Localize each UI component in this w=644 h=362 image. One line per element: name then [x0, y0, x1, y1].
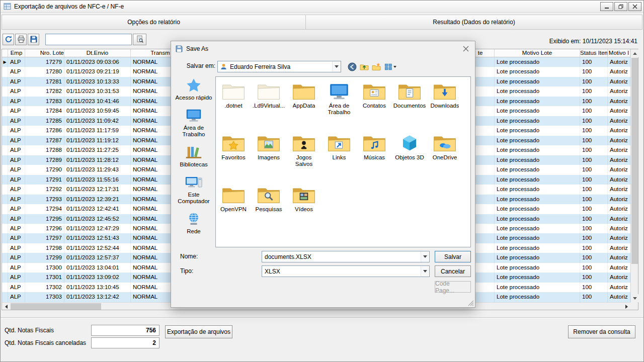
cell-lote: 17296: [25, 224, 64, 233]
cell-dt: 01/11/2023 12:57:37: [64, 253, 131, 262]
views-menu-button[interactable]: [383, 62, 397, 71]
sidebar-item-este-computador[interactable]: Este Computador: [174, 174, 214, 205]
scroll-up-arrow[interactable]: [631, 49, 638, 57]
horizontal-scroll-thumb[interactable]: [11, 303, 101, 310]
cell-mitem: Autoriz: [608, 126, 630, 135]
scroll-down-arrow[interactable]: [631, 294, 638, 302]
dialog-close-button[interactable]: [457, 41, 475, 56]
minimize-icon: [604, 4, 609, 9]
file-item-jogos-salvos[interactable]: Jogos Salvos: [286, 132, 321, 184]
column-header-dt-envio[interactable]: Dt.Envio: [64, 49, 131, 57]
dialog-title: Save As: [186, 45, 208, 52]
cell-motivo: Lote processado: [495, 145, 580, 155]
cell-lote: 17281: [25, 77, 64, 86]
file-item-favoritos[interactable]: Favoritos: [216, 132, 251, 184]
chevron-down-icon: [393, 66, 396, 68]
cell-mitem: Autoriz: [608, 233, 630, 243]
file-item-rea-de-trabalho[interactable]: Área de Trabalho: [321, 80, 357, 132]
filetype-value: XLSX: [262, 268, 421, 275]
cell-dt: 01/11/2023 12:39:21: [64, 195, 131, 204]
scroll-right-arrow[interactable]: [622, 303, 630, 310]
file-item-links[interactable]: Links: [321, 132, 357, 184]
tab-resultado[interactable]: Resultado (Dados do relatório): [306, 15, 642, 30]
restore-button[interactable]: [614, 2, 627, 11]
dialog-sidebar: Acesso rápidoÁrea de TrabalhoBibliotecas…: [173, 77, 214, 247]
cell-marker: [2, 126, 8, 135]
up-one-level-button[interactable]: [359, 62, 369, 71]
column-header-emp[interactable]: Emp: [8, 49, 25, 57]
tab-label: Opções do relatório: [127, 19, 180, 26]
cell-motivo: Lote processado: [495, 116, 580, 126]
cell-motivo: Lote processado: [495, 204, 580, 214]
file-item-dotnet[interactable]: .dotnet: [216, 80, 251, 132]
vertical-scrollbar[interactable]: [630, 49, 638, 302]
filetype-dropdown-button[interactable]: [421, 266, 429, 277]
cell-marker: [2, 67, 8, 76]
sidebar-item-acesso-r-pido[interactable]: Acesso rápido: [174, 77, 214, 101]
filetype-combobox[interactable]: XLSX: [262, 265, 430, 277]
sidebar-item-bibliotecas[interactable]: Bibliotecas: [174, 144, 214, 168]
filename-dropdown-button[interactable]: [421, 251, 429, 262]
cell-status: 100: [580, 165, 608, 174]
minimize-button[interactable]: [600, 2, 613, 11]
save-in-combobox[interactable]: Eduardo Ferreira Silva: [217, 61, 341, 72]
sidebar-item-rede[interactable]: Rede: [174, 211, 214, 235]
title-bar[interactable]: Exportação de arquivos de NFC-e / NF-e: [1, 1, 643, 13]
filename-combobox[interactable]: documents.XLSX: [262, 251, 430, 262]
column-header-motivo-lote[interactable]: Motivo Lote: [495, 49, 580, 57]
salvar-button[interactable]: Salvar: [435, 251, 471, 262]
column-header-nro-lote[interactable]: Nro. Lote: [25, 49, 64, 57]
cell-marker: [2, 273, 8, 282]
cell-lote: 17286: [25, 126, 64, 135]
cell-emp: ALP: [8, 214, 25, 224]
file-item-downloads[interactable]: Downloads: [427, 80, 462, 132]
file-item-imagens[interactable]: Imagens: [251, 132, 286, 184]
scroll-left-arrow[interactable]: [2, 303, 10, 310]
file-item-v-deos[interactable]: Vídeos: [286, 184, 321, 235]
back-button[interactable]: [347, 62, 357, 71]
sidebar-item-label: Área de Trabalho: [174, 125, 214, 138]
file-item-pesquisas[interactable]: Pesquisas: [251, 184, 286, 235]
sidebar-item-rea-de-trabalho[interactable]: Área de Trabalho: [174, 108, 214, 138]
new-folder-button[interactable]: [371, 62, 381, 71]
resize-grip[interactable]: [467, 300, 474, 306]
triangle-down-icon: [633, 297, 637, 300]
file-item-objetos-3d[interactable]: Objetos 3D: [392, 132, 427, 184]
save-button[interactable]: [28, 34, 39, 45]
cell-motivo: Lote processado: [495, 86, 580, 96]
toolbar-filter-input[interactable]: [45, 34, 132, 45]
remover-da-consulta-button[interactable]: Remover da consulta: [568, 325, 635, 338]
cell-dt: 01/11/2023 11:55:16: [64, 175, 131, 185]
cell-status: 100: [580, 126, 608, 135]
save-as-dialog: Save As Salvar em: Eduardo Ferreira Silv…: [171, 41, 475, 308]
cell-emp: ALP: [8, 145, 25, 155]
refresh-icon: [5, 35, 13, 43]
close-button[interactable]: [628, 2, 641, 11]
cancelar-button[interactable]: Cancelar: [435, 265, 471, 277]
exportacao-arquivos-button[interactable]: Exportação de arquivos: [165, 325, 232, 338]
cell-mitem: Autoriz: [608, 67, 630, 76]
column-header-motivo-i[interactable]: Motivo I: [608, 49, 630, 57]
file-item-ld9virtual[interactable]: .Ld9Virtual...: [251, 80, 286, 132]
file-item-contatos[interactable]: Contatos: [357, 80, 392, 132]
refresh-button[interactable]: [3, 34, 14, 45]
vertical-scroll-thumb[interactable]: [631, 58, 638, 264]
cell-mitem: Autoriz: [608, 214, 630, 224]
file-item-onedrive[interactable]: OneDrive: [427, 132, 462, 184]
cell-dt: 01/11/2023 12:52:44: [64, 243, 131, 253]
file-item-openvpn[interactable]: OpenVPN: [216, 184, 251, 235]
cell-marker: [2, 233, 8, 243]
cell-mitem: Autoriz: [608, 136, 630, 145]
file-item-appdata[interactable]: AppData: [286, 80, 321, 132]
cell-marker: [2, 145, 8, 155]
tab-opcoes-relatorio[interactable]: Opções do relatório: [2, 15, 306, 30]
print-button[interactable]: [15, 34, 27, 45]
preview-button[interactable]: [133, 34, 146, 45]
cell-marker: [2, 283, 8, 292]
file-item-documentos[interactable]: Documentos: [392, 80, 427, 132]
save-in-dropdown-button[interactable]: [332, 61, 341, 72]
file-item-m-sicas[interactable]: Músicas: [357, 132, 392, 184]
dialog-title-bar[interactable]: Save As: [171, 41, 475, 56]
column-header-status-item[interactable]: Status Item: [580, 49, 608, 57]
cell-emp: ALP: [8, 86, 25, 96]
